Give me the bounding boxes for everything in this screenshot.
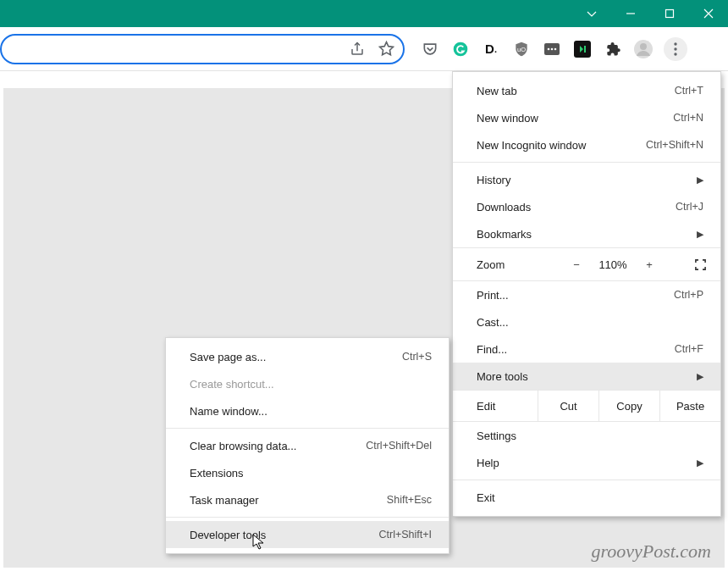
zoom-out-button[interactable]: − [561, 258, 592, 271]
submenu-clear-browsing-data[interactable]: Clear browsing data...Ctrl+Shift+Del [166, 432, 449, 459]
menu-settings[interactable]: Settings [453, 422, 720, 449]
svg-point-10 [640, 43, 647, 50]
window-maximize-button[interactable] [650, 0, 689, 27]
chevron-right-icon: ▶ [697, 457, 703, 468]
menu-zoom-row: Zoom − 110% + [453, 247, 720, 281]
more-tools-submenu: Save page as...Ctrl+S Create shortcut...… [165, 337, 449, 554]
menu-cast[interactable]: Cast... [453, 308, 720, 335]
submenu-developer-tools[interactable]: Developer toolsCtrl+Shift+I [166, 521, 449, 548]
menu-downloads[interactable]: DownloadsCtrl+J [453, 193, 720, 220]
chrome-main-menu: New tabCtrl+T New windowCtrl+N New Incog… [452, 71, 721, 517]
svg-text:uO: uO [517, 45, 526, 53]
dictionary-icon[interactable]: D. [481, 39, 501, 59]
zoom-value: 110% [592, 258, 634, 271]
edit-cut-button[interactable]: Cut [538, 391, 598, 421]
menu-new-window[interactable]: New windowCtrl+N [453, 104, 720, 131]
edit-paste-button[interactable]: Paste [659, 391, 720, 421]
menu-more-tools[interactable]: More tools▶ [453, 363, 720, 390]
submenu-task-manager[interactable]: Task managerShift+Esc [166, 486, 449, 513]
menu-edit-row: Edit Cut Copy Paste [453, 390, 720, 422]
edit-copy-button[interactable]: Copy [598, 391, 659, 421]
window-minimize-button[interactable] [611, 0, 650, 27]
fullscreen-icon[interactable] [688, 258, 712, 271]
chevron-right-icon: ▶ [697, 371, 703, 382]
menu-exit[interactable]: Exit [453, 484, 720, 511]
svg-point-1 [454, 42, 468, 56]
menu-print[interactable]: Print...Ctrl+P [453, 281, 720, 308]
kebab-menu-button[interactable] [664, 37, 687, 61]
svg-point-12 [674, 47, 676, 50]
pocket-icon[interactable] [420, 39, 440, 59]
window-close-button[interactable] [689, 0, 728, 27]
chevron-right-icon: ▶ [697, 229, 703, 240]
submenu-extensions[interactable]: Extensions [166, 459, 449, 486]
share-icon[interactable] [349, 41, 366, 58]
star-icon[interactable] [378, 41, 394, 58]
edit-label: Edit [453, 400, 538, 413]
svg-rect-8 [584, 46, 586, 53]
zoom-in-button[interactable]: + [634, 258, 665, 271]
svg-rect-0 [666, 10, 674, 18]
tab-chevron-icon[interactable] [572, 0, 611, 27]
submenu-name-window[interactable]: Name window... [166, 397, 449, 424]
extension-play-icon[interactable] [572, 39, 593, 59]
watermark-text: groovyPost.com [591, 541, 711, 563]
profile-avatar-icon[interactable] [633, 39, 654, 59]
menu-help[interactable]: Help▶ [453, 449, 720, 476]
submenu-save-page[interactable]: Save page as...Ctrl+S [166, 343, 449, 370]
extension-square-icon[interactable] [542, 39, 562, 59]
grammarly-icon[interactable] [450, 39, 471, 59]
browser-toolbar: D. uO [0, 27, 728, 71]
menu-new-incognito[interactable]: New Incognito windowCtrl+Shift+N [453, 131, 720, 158]
window-titlebar [0, 0, 728, 27]
svg-point-13 [674, 53, 676, 55]
menu-find[interactable]: Find...Ctrl+F [453, 335, 720, 363]
svg-point-5 [551, 47, 554, 50]
submenu-create-shortcut: Create shortcut... [166, 370, 449, 397]
menu-bookmarks[interactable]: Bookmarks▶ [453, 220, 720, 247]
svg-point-4 [548, 47, 550, 50]
svg-point-6 [554, 47, 557, 50]
toolbar-extensions: D. uO [420, 37, 687, 61]
zoom-label: Zoom [477, 258, 561, 271]
ublock-icon[interactable]: uO [511, 39, 532, 59]
extensions-puzzle-icon[interactable] [603, 39, 623, 59]
svg-point-11 [674, 42, 676, 45]
chevron-right-icon: ▶ [697, 175, 703, 186]
menu-history[interactable]: History▶ [453, 166, 720, 193]
menu-new-tab[interactable]: New tabCtrl+T [453, 77, 720, 104]
address-bar[interactable] [0, 34, 405, 64]
